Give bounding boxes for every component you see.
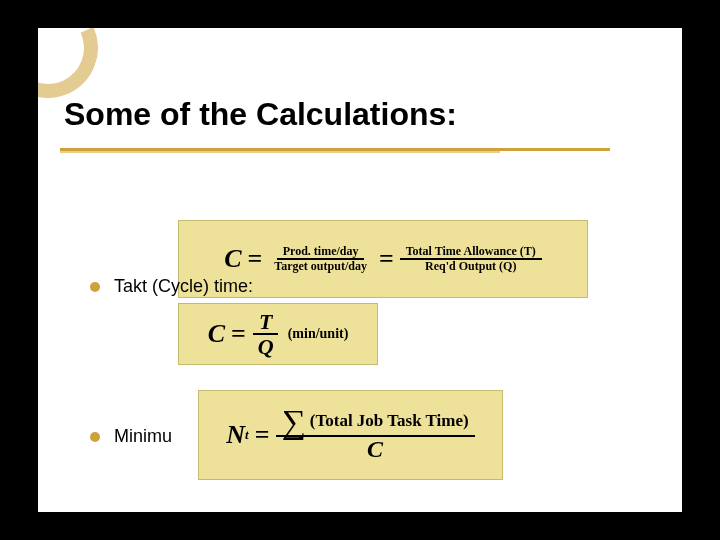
equals-icon: = (255, 420, 270, 450)
slide: Some of the Calculations: C = Prod. time… (38, 28, 682, 512)
fraction-sum-over-c: ∑ (Total Job Task Time) C (276, 408, 475, 462)
sum-numerator: ∑ (Total Job Task Time) (276, 408, 475, 437)
var-C: C (224, 244, 241, 274)
frac2-num: Total Time Allowance (T) (400, 245, 542, 260)
bullet-text: Takt (Cycle) time: (114, 276, 253, 297)
slide-title: Some of the Calculations: (64, 96, 457, 133)
sigma-icon: ∑ (282, 408, 306, 435)
fraction-2: Total Time Allowance (T) Req'd Output (Q… (400, 245, 542, 272)
sub-t: t (245, 427, 249, 443)
frac1-den: Target output/day (268, 260, 373, 273)
frac1-num: Prod. time/day (277, 245, 365, 260)
fraction-tq: T Q (252, 310, 280, 358)
frac2-den: Req'd Output (Q) (419, 260, 522, 273)
equals-icon: = (231, 319, 246, 349)
sum-label: (Total Job Task Time) (310, 412, 469, 430)
equals-icon: = (247, 244, 262, 274)
formula-min-workstations: N t = ∑ (Total Job Task Time) C (198, 390, 503, 480)
bullet-icon (90, 282, 100, 292)
equals-icon: = (379, 244, 394, 274)
units-label: (min/unit) (288, 326, 349, 342)
var-N: N (226, 420, 245, 450)
title-underline (60, 148, 610, 151)
var-Q: Q (252, 335, 280, 358)
bullet-text: Minimu (114, 426, 172, 447)
bullet-icon (90, 432, 100, 442)
var-C-den: C (361, 437, 389, 462)
bullet-takt-time: Takt (Cycle) time: (90, 276, 253, 297)
bullet-minimum: Minimu (90, 426, 172, 447)
formula-c-equals-t-over-q: C = T Q (min/unit) (178, 303, 378, 365)
fraction-1: Prod. time/day Target output/day (268, 245, 373, 272)
lhs-Nt: N t (226, 420, 248, 450)
var-C: C (208, 319, 225, 349)
var-T: T (253, 310, 278, 335)
